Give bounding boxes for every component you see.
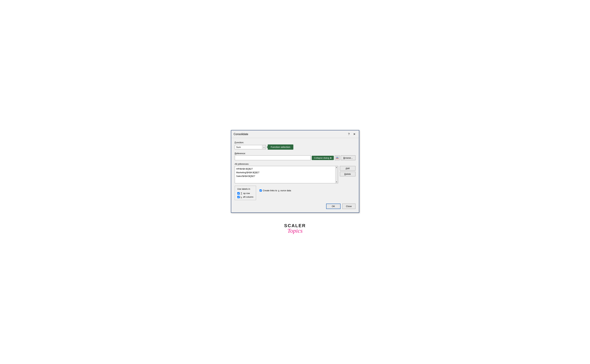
create-links-checkbox[interactable] bbox=[260, 189, 262, 192]
left-column-checkbox-label[interactable]: Left column bbox=[237, 196, 253, 198]
close-button[interactable]: Close bbox=[342, 204, 355, 209]
help-button[interactable]: ? bbox=[347, 132, 351, 136]
list-item[interactable]: Sales!$A$4:$Q$27 bbox=[236, 175, 337, 178]
select-arrow-icon[interactable]: ⌄ bbox=[262, 145, 266, 149]
dialog-buttons: OK Close bbox=[235, 204, 355, 209]
collapse-icon bbox=[336, 156, 339, 159]
function-selection-tooltip: Function selection bbox=[268, 144, 294, 150]
collapse-dialog-button[interactable]: Collapse dialog bbox=[312, 156, 334, 160]
use-labels-title: Use labels in bbox=[237, 188, 253, 190]
reference-label: Reference: bbox=[235, 152, 355, 155]
topics-text: Topics bbox=[288, 228, 303, 234]
bottom-section: Use labels in Top row Left column Create… bbox=[235, 186, 355, 200]
all-refs-row: HR!$A$4:$Q$27 Marketing!$A$4:$Q$27 Sales… bbox=[235, 166, 355, 183]
function-field: Function: Sum Count Average Max Min ⌄ Fu… bbox=[235, 141, 355, 150]
svg-rect-1 bbox=[336, 157, 338, 158]
delete-button[interactable]: Delete bbox=[340, 172, 355, 176]
all-references-label: All references: bbox=[235, 163, 355, 165]
scaler-brand: SCALER Topics bbox=[284, 223, 306, 234]
titlebar-controls: ? ✕ bbox=[347, 132, 356, 136]
dialog-title: Consolidate bbox=[234, 133, 249, 136]
left-column-checkbox[interactable] bbox=[237, 196, 240, 198]
dialog-titlebar: Consolidate ? ✕ bbox=[231, 130, 359, 138]
refs-side-buttons: Add Delete bbox=[340, 166, 355, 183]
reference-input[interactable] bbox=[235, 155, 311, 160]
function-label: Function: bbox=[235, 141, 355, 144]
function-row: Sum Count Average Max Min ⌄ Function sel… bbox=[235, 144, 355, 150]
scroll-down-icon[interactable]: ▼ bbox=[336, 181, 337, 183]
top-row-checkbox-label[interactable]: Top row bbox=[237, 192, 253, 195]
create-links-checkbox-label[interactable]: Create links to source data bbox=[260, 189, 291, 192]
dialog-body: Function: Sum Count Average Max Min ⌄ Fu… bbox=[231, 138, 359, 212]
use-labels-section: Use labels in Top row Left column bbox=[235, 186, 256, 200]
all-references-section: All references: HR!$A$4:$Q$27 Marketing!… bbox=[235, 163, 355, 183]
scroll-up-icon[interactable]: ▲ bbox=[336, 167, 337, 168]
page-wrapper: Consolidate ? ✕ Function: Sum Count bbox=[224, 123, 366, 241]
browse-button[interactable]: Browse... bbox=[341, 155, 355, 160]
collapse-icon-button[interactable] bbox=[335, 155, 340, 160]
refs-list-wrapper: HR!$A$4:$Q$27 Marketing!$A$4:$Q$27 Sales… bbox=[235, 166, 338, 183]
reference-field: Reference: Collapse dialog bbox=[235, 152, 355, 160]
consolidate-dialog: Consolidate ? ✕ Function: Sum Count bbox=[231, 130, 359, 213]
function-select-wrapper: Sum Count Average Max Min ⌄ bbox=[235, 145, 266, 149]
list-item[interactable]: Marketing!$A$4:$Q$27 bbox=[236, 171, 337, 175]
refs-list: HR!$A$4:$Q$27 Marketing!$A$4:$Q$27 Sales… bbox=[235, 166, 338, 179]
refs-scrollbar: ▲ ▼ bbox=[335, 166, 338, 183]
function-select[interactable]: Sum Count Average Max Min bbox=[235, 145, 262, 149]
list-item[interactable]: HR!$A$4:$Q$27 bbox=[236, 167, 337, 171]
close-icon[interactable]: ✕ bbox=[352, 132, 356, 136]
ok-button[interactable]: OK bbox=[326, 204, 341, 209]
add-button[interactable]: Add bbox=[340, 166, 355, 171]
top-row-checkbox[interactable] bbox=[237, 192, 240, 195]
reference-row: Collapse dialog Browse... bbox=[235, 155, 355, 160]
